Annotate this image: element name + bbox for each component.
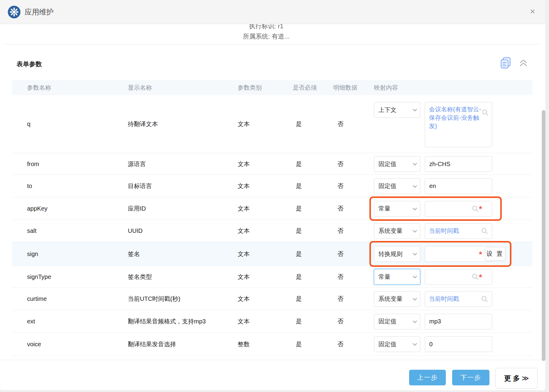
detail-data-cell: 否 (338, 182, 344, 190)
param-name-cell: ext (27, 318, 35, 325)
mapping-type-select-ext[interactable]: 固定值 (374, 314, 420, 329)
mapping-value-box-salt[interactable]: 当前时间戳 (425, 223, 492, 239)
detail-data-cell: 否 (338, 295, 344, 303)
required-cell: 是 (296, 295, 302, 303)
table-row-sign: sign签名文本是否转换规则*设 置 (12, 242, 532, 266)
table-row-to: to目标语言文本是否固定值 (12, 175, 532, 197)
detail-data-cell: 否 (338, 317, 344, 326)
detail-data-cell: 否 (338, 340, 344, 348)
next-step-button[interactable]: 下一步 (452, 370, 489, 385)
param-type-cell: 文本 (238, 250, 250, 258)
mapping-value-link: 当前时间戳 (429, 295, 459, 303)
mapping-value-input-from[interactable] (425, 156, 492, 172)
mapping-value-input-voice[interactable] (425, 336, 492, 352)
footer: 上一步 下一步 更 多≫ (0, 360, 545, 390)
search-icon[interactable] (472, 205, 479, 212)
mapping-value-box-curtime[interactable]: 当前时间戳 (425, 291, 492, 307)
mapping-type-select-from[interactable]: 固定值 (374, 156, 420, 172)
chevron-down-icon (413, 319, 417, 323)
mapping-type-select-to[interactable]: 固定值 (374, 178, 420, 194)
search-icon[interactable] (482, 109, 489, 116)
mapping-type-select-signType[interactable]: 常量 (374, 269, 420, 285)
detail-data-cell: 否 (338, 250, 344, 258)
col-header-display-name: 显示名称 (128, 80, 152, 95)
mapping-type-select-voice[interactable]: 固定值 (374, 336, 420, 352)
mapping-type-select-curtime[interactable]: 系统变量 (374, 291, 420, 307)
param-name-cell: voice (27, 341, 41, 347)
param-type-cell: 文本 (238, 273, 250, 281)
divider (2, 44, 542, 45)
configure-button[interactable]: 设 置 (485, 247, 505, 261)
search-icon[interactable] (481, 295, 488, 303)
required-cell: 是 (296, 273, 302, 281)
display-name-cell: 当前UTC时间戳(秒) (128, 295, 180, 303)
mapping-type-select-q[interactable]: 上下文 (374, 102, 420, 118)
display-name-cell: 翻译结果发音选择 (128, 340, 176, 348)
search-icon[interactable] (472, 273, 479, 280)
required-cell: 是 (296, 250, 302, 258)
select-value: 固定值 (378, 160, 396, 168)
copy-icon[interactable] (500, 57, 511, 69)
more-button[interactable]: 更 多≫ (495, 368, 538, 388)
required-cell: 是 (296, 205, 302, 213)
select-value: 常量 (378, 205, 390, 213)
display-name-cell: 签名类型 (128, 273, 152, 281)
mapping-value-link: 当前时间戳 (429, 227, 459, 235)
section-title: 表单参数 (17, 60, 42, 68)
table-row-appKey: appKey应用ID文本是否常量* (12, 197, 532, 220)
chevron-down-icon (413, 161, 417, 165)
required-cell: 是 (296, 120, 302, 128)
param-name-cell: to (27, 183, 32, 190)
table-row-ext: ext翻译结果音频格式，支持mp3文本是否固定值 (12, 310, 532, 333)
mapping-value-input-ext[interactable] (425, 314, 492, 329)
chevron-down-icon (413, 228, 417, 232)
param-name-cell: q (27, 121, 30, 128)
select-value: 系统变量 (378, 227, 402, 235)
detail-data-cell: 否 (338, 160, 344, 168)
detail-data-cell: 否 (338, 205, 344, 213)
select-value: 转换规则 (378, 250, 402, 258)
system-text: 所属系统: 有道... (0, 33, 532, 40)
display-name-cell: 应用ID (128, 205, 146, 213)
select-value: 固定值 (378, 317, 396, 326)
chevron-down-icon (413, 251, 417, 255)
required-cell: 是 (296, 340, 302, 348)
display-name-cell: 待翻译文本 (128, 120, 158, 128)
param-type-cell: 文本 (238, 182, 250, 190)
collapse-icon[interactable] (520, 59, 527, 66)
param-type-cell: 文本 (238, 295, 250, 303)
table-header-row: 参数名称 显示名称 参数类别 是否必须 明细数据 映射内容 (12, 80, 532, 95)
param-name-cell: appKey (27, 205, 48, 212)
table-row-from: from源语言文本是否固定值 (12, 153, 532, 175)
search-icon[interactable] (481, 227, 488, 235)
mapping-type-select-sign[interactable]: 转换规则 (374, 246, 420, 262)
required-cell: 是 (296, 160, 302, 168)
mapping-value-box-q[interactable]: 会议名称(有道智云-保存会议前-业务触发) (425, 102, 492, 147)
close-icon[interactable]: × (530, 7, 535, 16)
display-name-cell: 签名 (128, 250, 140, 258)
required-cell: 是 (296, 182, 302, 190)
col-header-param-name: 参数名称 (27, 80, 51, 95)
param-type-cell: 文本 (238, 120, 250, 128)
param-type-cell: 文本 (238, 227, 250, 235)
param-type-cell: 整数 (238, 340, 250, 348)
required-cell: 是 (296, 317, 302, 326)
detail-data-cell: 否 (338, 227, 344, 235)
col-header-detail-data: 明细数据 (333, 80, 357, 95)
mapping-type-select-salt[interactable]: 系统变量 (374, 223, 420, 239)
scrollbar-thumb[interactable] (542, 110, 545, 361)
col-header-required: 是否必须 (293, 80, 317, 95)
param-name-cell: curtime (27, 295, 47, 302)
mapping-type-select-appKey[interactable]: 常量 (374, 201, 420, 217)
execution-meta: 执行标识: r1 所属系统: 有道... (0, 23, 532, 43)
param-type-cell: 文本 (238, 205, 250, 213)
prev-step-button[interactable]: 上一步 (409, 370, 446, 385)
required-star-icon: * (479, 250, 482, 259)
col-header-param-type: 参数类别 (238, 80, 262, 95)
table-row-voice: voice翻译结果发音选择整数是否固定值 (12, 333, 532, 356)
mapping-value-input-to[interactable] (425, 178, 492, 194)
table-row-signType: signType签名类型文本是否常量* (12, 266, 532, 288)
col-header-mapping: 映射内容 (374, 80, 398, 95)
select-value: 常量 (378, 273, 390, 281)
chevron-down-icon (413, 206, 417, 210)
